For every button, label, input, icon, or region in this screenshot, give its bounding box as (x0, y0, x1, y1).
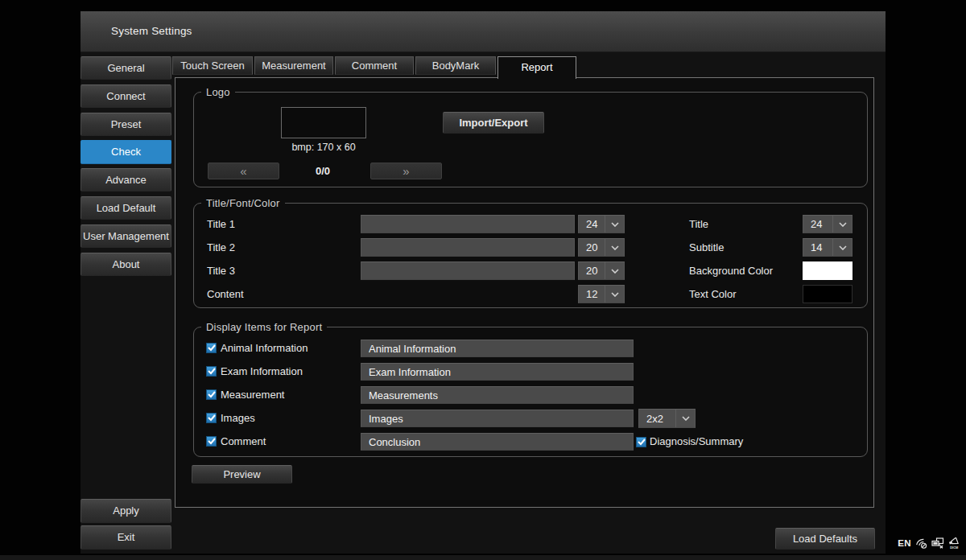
diagnosis-summary-checkbox-label: Diagnosis/Summary (650, 433, 743, 451)
images-layout-dropdown[interactable]: 2x2 (638, 409, 696, 428)
screen-bottom-bar (0, 555, 966, 560)
title3-size-dropdown[interactable]: 20 (578, 261, 625, 280)
sidebar-item-load-default[interactable]: Load Default (80, 196, 171, 220)
exam-information-input[interactable] (361, 363, 634, 381)
background-color-label: Background Color (689, 261, 773, 280)
background-color-swatch[interactable] (803, 261, 852, 280)
title-font-color-legend: Title/Font/Color (201, 197, 285, 210)
chevron-down-icon (605, 262, 624, 279)
sidebar-item-general[interactable]: General (80, 56, 171, 80)
tab-comment[interactable]: Comment (335, 56, 414, 75)
subtitle-size-dropdown[interactable]: 14 (803, 238, 852, 257)
animal-information-checkbox[interactable] (206, 343, 217, 353)
sidebar-item-preset[interactable]: Preset (80, 113, 171, 136)
tab-report[interactable]: Report (497, 56, 576, 79)
sidebar-item-check[interactable]: Check (80, 140, 171, 164)
import-export-button[interactable]: Import/Export (443, 112, 544, 134)
title1-label: Title 1 (207, 215, 235, 233)
comment-checkbox-label: Comment (221, 433, 266, 451)
chevron-down-icon (605, 239, 624, 256)
title3-label: Title 3 (207, 261, 235, 280)
title2-size-dropdown[interactable]: 20 (578, 238, 625, 257)
title1-input[interactable] (361, 215, 575, 233)
chevron-down-icon (832, 239, 852, 256)
title1-size-dropdown[interactable]: 24 (578, 215, 625, 233)
sidebar-item-user-management[interactable]: User Management (80, 224, 171, 248)
images-checkbox-label: Images (221, 410, 255, 427)
wifi-disconnected-icon (915, 537, 927, 549)
status-bar: EN (898, 537, 960, 549)
dicom-printer-icon: DICM (948, 537, 960, 549)
images-checkbox[interactable] (206, 413, 217, 423)
exit-button[interactable]: Exit (80, 525, 171, 550)
dialog-title: System Settings (111, 11, 192, 51)
load-defaults-button[interactable]: Load Defaults (775, 528, 875, 550)
dialog-titlebar: System Settings (80, 11, 886, 52)
logo-size-hint: bmp: 170 x 60 (243, 142, 404, 153)
text-color-label: Text Color (689, 285, 737, 303)
double-chevron-right-icon: » (402, 164, 409, 178)
apply-button[interactable]: Apply (80, 499, 171, 523)
title-size-dropdown[interactable]: 24 (803, 215, 852, 233)
images-input[interactable] (361, 410, 634, 427)
subtitle-label: Subtitle (689, 238, 724, 257)
animal-information-input[interactable] (361, 340, 634, 357)
tab-touch-screen[interactable]: Touch Screen (172, 56, 253, 75)
content-label: Content (207, 285, 244, 303)
comment-checkbox[interactable] (206, 436, 217, 447)
chevron-down-icon (832, 216, 852, 233)
logo-preview-box (281, 107, 366, 138)
sidebar-item-about[interactable]: About (80, 253, 171, 276)
title-label: Title (689, 215, 708, 233)
animal-information-checkbox-label: Animal Information (221, 340, 308, 357)
text-color-swatch[interactable] (803, 285, 852, 303)
preview-button[interactable]: Preview (192, 465, 292, 484)
sidebar-item-advance[interactable]: Advance (80, 168, 171, 191)
double-chevron-left-icon: « (240, 164, 246, 178)
measurement-checkbox-label: Measurement (221, 386, 284, 404)
measurement-input[interactable] (361, 386, 634, 404)
sidebar-item-connect[interactable]: Connect (80, 84, 171, 108)
logo-group-legend: Logo (201, 86, 235, 99)
logo-page-counter: 0/0 (283, 163, 363, 179)
content-size-dropdown[interactable]: 12 (578, 285, 625, 303)
language-indicator: EN (898, 538, 911, 548)
chevron-down-icon (605, 286, 624, 303)
title2-input[interactable] (361, 238, 575, 257)
logo-prev-button[interactable]: « (208, 163, 279, 179)
title3-input[interactable] (361, 261, 575, 280)
display-items-legend: Display Items for Report (201, 321, 327, 334)
tab-bodymark[interactable]: BodyMark (415, 56, 496, 75)
exam-information-checkbox[interactable] (206, 366, 217, 377)
svg-text:DICM: DICM (950, 546, 958, 549)
title2-label: Title 2 (207, 238, 235, 257)
diagnosis-summary-checkbox[interactable] (636, 437, 646, 447)
chevron-down-icon (675, 410, 695, 427)
chevron-down-icon (605, 216, 624, 233)
measurement-checkbox[interactable] (206, 389, 217, 400)
exam-information-checkbox-label: Exam Information (221, 363, 303, 381)
tab-measurement[interactable]: Measurement (254, 56, 333, 75)
screen: System Settings General Connect Preset C… (0, 0, 966, 560)
logo-next-button[interactable]: » (370, 163, 442, 179)
comment-input[interactable] (361, 433, 634, 451)
network-disconnected-icon (931, 537, 944, 549)
